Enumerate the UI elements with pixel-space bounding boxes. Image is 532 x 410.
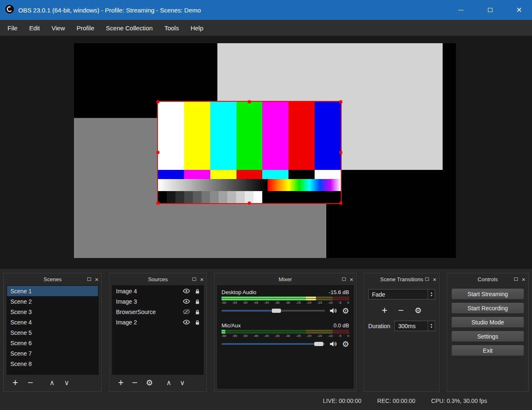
volume-slider-handle[interactable]	[314, 342, 323, 346]
volume-slider-handle[interactable]	[272, 309, 281, 313]
dock-float-icon[interactable]	[514, 277, 518, 281]
lock-icon[interactable]	[195, 309, 200, 315]
lock-icon[interactable]	[195, 319, 200, 325]
dock-close-icon[interactable]: ×	[522, 276, 525, 282]
resize-handle-top-left[interactable]	[157, 101, 160, 103]
transitions-panel-header[interactable]: Scene Transitions ×	[364, 273, 439, 285]
scene-list-item[interactable]: Scene 1	[7, 286, 98, 296]
mixer-volume-db: -15.6 dB	[329, 289, 349, 295]
speaker-icon[interactable]	[330, 307, 337, 314]
maximize-button[interactable]	[480, 0, 500, 20]
resize-handle-right[interactable]	[340, 151, 342, 154]
resize-handle-bottom-left[interactable]	[157, 202, 160, 205]
source-list-item[interactable]: BrowserSource	[113, 307, 203, 317]
close-icon: ×	[517, 5, 522, 15]
maximize-icon	[488, 8, 493, 12]
move-scene-up-button[interactable]: ∧	[49, 379, 54, 386]
resize-handle-bottom-right[interactable]	[340, 202, 342, 205]
selected-source-colorbars[interactable]	[157, 101, 342, 204]
add-transition-button[interactable]: +	[382, 306, 387, 315]
meter-tick-label: -30	[285, 334, 290, 338]
studio-mode-button[interactable]: Studio Mode	[451, 317, 524, 328]
dock-close-icon[interactable]: ×	[433, 276, 436, 282]
visibility-eye-icon[interactable]	[182, 288, 190, 294]
controls-panel-header[interactable]: Controls ×	[447, 273, 528, 285]
lock-icon[interactable]	[195, 288, 200, 294]
sources-panel-header[interactable]: Sources ×	[109, 273, 207, 285]
meter-tick-label: -15	[317, 334, 322, 338]
remove-scene-button[interactable]: −	[27, 378, 33, 388]
dock-close-icon[interactable]: ×	[95, 276, 99, 282]
resize-handle-left[interactable]	[157, 151, 160, 154]
source-properties-gear-icon[interactable]: ⚙	[146, 379, 153, 387]
meter-tick-label: 0	[347, 301, 349, 304]
lock-icon[interactable]	[195, 299, 200, 304]
add-scene-button[interactable]: +	[12, 378, 18, 388]
visibility-eye-icon[interactable]	[182, 319, 190, 325]
start-streaming-button[interactable]: Start Streaming	[451, 288, 524, 300]
controls-panel: Controls × Start StreamingStart Recordin…	[447, 273, 529, 392]
color-bar	[158, 102, 184, 170]
duration-spinbox[interactable]: 300ms ▴ ▾	[394, 321, 435, 331]
mixer-settings-gear-icon[interactable]: ⚙	[342, 339, 349, 349]
scenes-panel-header[interactable]: Scenes ×	[4, 273, 101, 285]
scene-list-item[interactable]: Scene 4	[7, 317, 98, 327]
mixer-channel-name: Desktop Audio	[222, 289, 256, 295]
dock-float-icon[interactable]	[87, 277, 91, 281]
source-list-item[interactable]: Image 2	[113, 317, 203, 327]
move-source-down-button[interactable]: ∨	[180, 379, 185, 386]
exit-button[interactable]: Exit	[451, 345, 524, 356]
speaker-icon[interactable]	[330, 341, 337, 347]
scene-list-item[interactable]: Scene 7	[7, 348, 98, 358]
dock-close-icon[interactable]: ×	[200, 276, 204, 282]
add-source-button[interactable]: +	[118, 378, 123, 388]
visibility-eye-icon[interactable]	[182, 299, 190, 304]
mixer-panel-header[interactable]: Mixer ×	[214, 273, 356, 285]
resize-handle-top[interactable]	[248, 101, 251, 103]
scene-list-item[interactable]: Scene 8	[7, 358, 98, 369]
source-list-item[interactable]: Image 3	[113, 296, 203, 307]
volume-slider[interactable]	[222, 307, 325, 314]
scene-list-item[interactable]: Scene 2	[7, 296, 98, 307]
resize-handle-bottom[interactable]	[248, 202, 251, 205]
minimize-button[interactable]	[451, 0, 470, 20]
close-button[interactable]: ×	[510, 0, 529, 20]
source-list-item[interactable]: Image 4	[113, 286, 203, 296]
color-bar	[315, 102, 341, 170]
mixer-settings-gear-icon[interactable]: ⚙	[342, 306, 349, 316]
dock-close-icon[interactable]: ×	[350, 276, 353, 282]
transition-select[interactable]: Fade ▴ ▾	[368, 289, 435, 300]
move-source-up-button[interactable]: ∧	[166, 379, 171, 386]
combo-down-arrow-icon[interactable]: ▾	[431, 295, 432, 297]
transition-properties-gear-icon[interactable]: ⚙	[414, 307, 421, 314]
scene-list-item[interactable]: Scene 5	[7, 327, 98, 338]
resize-handle-top-right[interactable]	[340, 101, 342, 103]
gray-step	[193, 191, 202, 203]
dock-float-icon[interactable]	[425, 277, 429, 281]
remove-source-button[interactable]: −	[132, 378, 137, 388]
meter-tick-label: -10	[328, 334, 333, 338]
remove-transition-button[interactable]: −	[398, 306, 404, 315]
menu-item-file[interactable]: File	[2, 21, 23, 35]
menu-item-profile[interactable]: Profile	[71, 21, 100, 35]
dock-float-icon[interactable]	[342, 277, 346, 281]
dock-float-icon[interactable]	[192, 277, 196, 281]
start-recording-button[interactable]: Start Recording	[451, 302, 524, 314]
mixer-channel: Desktop Audio-15.6 dB-60-55-50-45-40-35-…	[222, 289, 349, 316]
menu-item-edit[interactable]: Edit	[23, 21, 46, 35]
colorbars-gradients	[158, 179, 341, 191]
controls-buttons: Start StreamingStart RecordingStudio Mod…	[447, 285, 528, 362]
scene-list-item[interactable]: Scene 6	[7, 338, 98, 348]
menu-item-tools[interactable]: Tools	[158, 21, 185, 35]
spin-down-arrow-icon[interactable]: ▾	[431, 326, 432, 329]
menu-item-scene-collection[interactable]: Scene Collection	[100, 21, 159, 35]
move-scene-down-button[interactable]: ∨	[64, 379, 69, 386]
volume-slider[interactable]	[222, 341, 325, 347]
settings-button[interactable]: Settings	[451, 331, 524, 342]
menu-item-view[interactable]: View	[46, 21, 71, 35]
menu-item-help[interactable]: Help	[185, 21, 209, 35]
visibility-eye-off-icon[interactable]	[182, 309, 190, 314]
titlebar[interactable]: OBS 23.0.1 (64-bit, windows) - Profile: …	[0, 0, 532, 20]
scene-list-item[interactable]: Scene 3	[7, 307, 98, 317]
scene-canvas[interactable]	[74, 43, 456, 258]
